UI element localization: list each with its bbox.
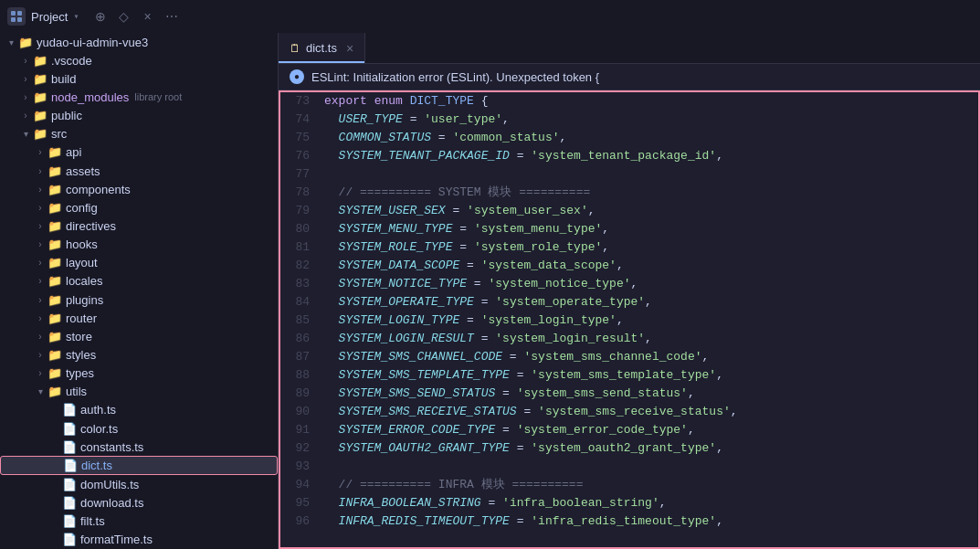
sidebar-item-assets[interactable]: › 📁 assets xyxy=(0,162,278,180)
sidebar-item-badge: library root xyxy=(134,91,182,102)
line-number: 82 xyxy=(280,257,324,275)
sidebar-item-plugins[interactable]: › 📁 plugins xyxy=(0,290,278,309)
sidebar-item-label: dict.ts xyxy=(81,459,112,472)
line-number: 75 xyxy=(280,129,324,147)
sidebar-item-auth-ts[interactable]: 📄 auth.ts xyxy=(0,401,278,419)
svg-rect-3 xyxy=(17,17,22,22)
sidebar-item-constants-ts[interactable]: 📄 constants.ts xyxy=(0,438,278,456)
sidebar-item-locales[interactable]: › 📁 locales xyxy=(0,272,278,290)
line-number: 81 xyxy=(280,238,324,257)
chevron-right-icon: › xyxy=(33,347,47,362)
sidebar-item-build[interactable]: › 📁 build xyxy=(0,69,278,88)
line-content: COMMON_STATUS = 'common_status', xyxy=(324,129,978,147)
line-content: SYSTEM_LOGIN_RESULT = 'system_login_resu… xyxy=(324,330,978,348)
code-line: 90 SYSTEM_SMS_RECEIVE_STATUS = 'system_s… xyxy=(280,403,978,421)
sidebar-item-filt-ts[interactable]: 📄 filt.ts xyxy=(0,512,278,531)
sidebar-item-layout[interactable]: › 📁 layout xyxy=(0,254,278,272)
more-actions-button[interactable]: ⋯ xyxy=(162,6,182,26)
chevron-right-icon: › xyxy=(18,53,33,68)
line-number: 77 xyxy=(280,165,324,184)
sidebar-item-node-modules[interactable]: › 📁 node_modules library root xyxy=(0,88,278,106)
sidebar-item-src[interactable]: ▾ 📁 src xyxy=(0,125,278,143)
sidebar-item-formattime-ts[interactable]: 📄 formatTime.ts xyxy=(0,531,278,549)
chevron-right-icon: › xyxy=(33,200,47,215)
sidebar-item-router[interactable]: › 📁 router xyxy=(0,309,278,327)
code-line: 82 SYSTEM_DATA_SCOPE = 'system_data_scop… xyxy=(280,257,978,275)
line-number: 85 xyxy=(280,311,324,330)
folder-icon: 📁 xyxy=(47,201,62,215)
line-number: 86 xyxy=(280,330,324,348)
sidebar-item-dict-ts[interactable]: 📄 dict.ts xyxy=(0,456,278,475)
folder-icon: 📁 xyxy=(33,54,47,68)
sidebar-item-utils[interactable]: ▾ 📁 utils xyxy=(0,383,278,401)
ts-file-icon: 📄 xyxy=(62,440,77,454)
sidebar-item-label: api xyxy=(66,145,81,159)
line-content: SYSTEM_SMS_SEND_STATUS = 'system_sms_sen… xyxy=(324,385,978,403)
chevron-right-icon: › xyxy=(33,329,47,343)
line-content: SYSTEM_USER_SEX = 'system_user_sex', xyxy=(324,202,978,220)
sidebar-item-components[interactable]: › 📁 components xyxy=(0,180,278,198)
new-window-button[interactable]: ◇ xyxy=(114,6,134,26)
sidebar-item-api[interactable]: › 📁 api xyxy=(0,143,278,162)
code-line: 81 SYSTEM_ROLE_TYPE = 'system_role_type'… xyxy=(280,238,978,257)
chevron-right-icon: › xyxy=(18,71,33,86)
close-button[interactable]: × xyxy=(138,6,158,26)
project-name: Project xyxy=(31,10,68,24)
chevron-right-icon: › xyxy=(33,182,47,196)
ts-file-icon: 📄 xyxy=(63,459,78,472)
folder-icon: 📁 xyxy=(47,256,62,269)
sidebar: ▾ 📁 yudao-ui-admin-vue3 › 📁 .vscode › 📁 … xyxy=(0,33,279,549)
code-line: 79 SYSTEM_USER_SEX = 'system_user_sex', xyxy=(280,202,978,220)
tab-close-button[interactable]: × xyxy=(346,41,353,56)
folder-icon: 📁 xyxy=(47,348,62,362)
code-line: 73export enum DICT_TYPE { xyxy=(280,92,978,111)
sidebar-item-label: filt.ts xyxy=(80,514,105,528)
line-content: SYSTEM_ERROR_CODE_TYPE = 'system_error_c… xyxy=(324,421,978,439)
sidebar-item-styles[interactable]: › 📁 styles xyxy=(0,345,278,364)
new-file-button[interactable]: ⊕ xyxy=(90,6,111,26)
sidebar-item-types[interactable]: › 📁 types xyxy=(0,364,278,383)
sidebar-item-domutils-ts[interactable]: 📄 domUtils.ts xyxy=(0,475,278,493)
line-number: 89 xyxy=(280,385,324,403)
title-bar-actions: ⊕ ◇ × ⋯ xyxy=(90,6,182,26)
sidebar-item-label: router xyxy=(66,311,97,325)
sidebar-item-label: color.ts xyxy=(80,422,118,436)
code-line: 80 SYSTEM_MENU_TYPE = 'system_menu_type'… xyxy=(280,220,978,238)
line-number: 92 xyxy=(280,439,324,458)
line-content: // ========== SYSTEM 模块 ========== xyxy=(324,184,978,202)
sidebar-item-label: plugins xyxy=(66,293,103,307)
sidebar-item-public[interactable]: › 📁 public xyxy=(0,107,278,125)
sidebar-item-vscode[interactable]: › 📁 .vscode xyxy=(0,51,278,69)
chevron-right-icon: › xyxy=(33,256,47,270)
chevron-down-icon: ▾ xyxy=(18,127,33,142)
sidebar-item-hooks[interactable]: › 📁 hooks xyxy=(0,236,278,254)
line-content: SYSTEM_SMS_RECEIVE_STATUS = 'system_sms_… xyxy=(324,403,978,421)
sidebar-item-download-ts[interactable]: 📄 download.ts xyxy=(0,493,278,512)
editor-area: 🗒 dict.ts × ● ESLint: Initialization err… xyxy=(279,33,980,549)
folder-icon: 📁 xyxy=(47,274,62,288)
folder-icon: 📁 xyxy=(47,183,62,196)
sidebar-item-store[interactable]: › 📁 store xyxy=(0,327,278,345)
code-line: 83 SYSTEM_NOTICE_TYPE = 'system_notice_t… xyxy=(280,275,978,293)
code-line: 91 SYSTEM_ERROR_CODE_TYPE = 'system_erro… xyxy=(280,421,978,439)
code-line: 76 SYSTEM_TENANT_PACKAGE_ID = 'system_te… xyxy=(280,147,978,165)
folder-icon: 📁 xyxy=(47,385,62,398)
sidebar-item-root[interactable]: ▾ 📁 yudao-ui-admin-vue3 xyxy=(0,33,278,51)
folder-icon: 📁 xyxy=(33,109,47,122)
sidebar-item-label: public xyxy=(51,109,82,122)
code-editor[interactable]: 73export enum DICT_TYPE {74 USER_TYPE = … xyxy=(279,90,980,549)
svg-rect-2 xyxy=(11,17,16,22)
chevron-right-icon: › xyxy=(33,218,47,233)
sidebar-item-color-ts[interactable]: 📄 color.ts xyxy=(0,419,278,438)
line-number: 74 xyxy=(280,111,324,129)
tab-dict-ts[interactable]: 🗒 dict.ts × xyxy=(279,33,365,63)
chevron-right-icon: › xyxy=(18,90,33,104)
sidebar-item-config[interactable]: › 📁 config xyxy=(0,198,278,216)
title-bar-left: Project ▾ xyxy=(7,7,79,26)
code-line: 93 xyxy=(280,458,978,476)
error-bar: ● ESLint: Initialization error (ESLint).… xyxy=(279,64,980,90)
ts-file-icon: 📄 xyxy=(62,496,77,510)
chevron-right-icon: › xyxy=(33,311,47,325)
sidebar-item-directives[interactable]: › 📁 directives xyxy=(0,216,278,235)
chevron-right-icon: › xyxy=(33,164,47,178)
